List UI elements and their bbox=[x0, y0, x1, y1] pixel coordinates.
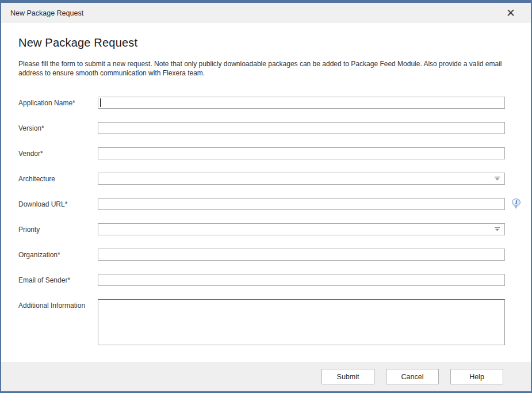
download-url-input[interactable] bbox=[98, 198, 505, 210]
organization-label: Organization* bbox=[18, 251, 98, 259]
additional-information-control bbox=[98, 299, 505, 345]
vendor-input[interactable] bbox=[98, 147, 505, 159]
priority-dropdown[interactable] bbox=[98, 223, 505, 235]
version-label: Version* bbox=[18, 124, 98, 132]
download-url-control: i bbox=[98, 198, 505, 210]
email-of-sender-label: Email of Sender* bbox=[18, 276, 98, 284]
architecture-label: Architecture bbox=[18, 175, 98, 183]
page-description: Please fill the form to submit a new req… bbox=[18, 59, 514, 78]
priority-label: Priority bbox=[18, 226, 98, 234]
email-of-sender-input[interactable] bbox=[98, 274, 505, 286]
form-row-vendor: Vendor* bbox=[18, 147, 514, 159]
priority-control bbox=[98, 223, 505, 235]
cancel-button[interactable]: Cancel bbox=[386, 369, 439, 384]
architecture-dropdown[interactable] bbox=[98, 173, 505, 185]
form-row-version: Version* bbox=[18, 122, 514, 134]
application-name-input[interactable] bbox=[98, 97, 505, 109]
submit-button[interactable]: Submit bbox=[322, 369, 374, 384]
page-title: New Package Request bbox=[18, 36, 514, 49]
download-url-label: Download URL* bbox=[18, 200, 98, 208]
dialog-content: New Package Request Please fill the form… bbox=[1, 23, 531, 362]
form-row-application-name: Application Name* bbox=[18, 97, 514, 109]
application-name-label: Application Name* bbox=[18, 99, 98, 107]
info-icon-glyph: i bbox=[512, 199, 520, 206]
vendor-control bbox=[98, 147, 505, 159]
chevron-down-icon bbox=[495, 227, 500, 231]
architecture-control bbox=[98, 173, 505, 185]
form-row-architecture: Architecture bbox=[18, 173, 514, 185]
new-package-request-dialog: New Package Request ✕ New Package Reques… bbox=[0, 0, 532, 393]
close-icon[interactable]: ✕ bbox=[503, 6, 518, 21]
info-icon[interactable]: i bbox=[512, 199, 521, 207]
chevron-down-icon bbox=[495, 177, 500, 181]
organization-input[interactable] bbox=[98, 249, 505, 261]
organization-control bbox=[98, 249, 505, 261]
request-form: Application Name* Version* Vendor* bbox=[18, 97, 514, 345]
application-name-control bbox=[98, 97, 505, 109]
form-row-organization: Organization* bbox=[18, 249, 514, 261]
dialog-footer: Submit Cancel Help bbox=[1, 362, 531, 391]
form-row-download-url: Download URL* i bbox=[18, 198, 514, 210]
form-row-priority: Priority bbox=[18, 223, 514, 235]
email-of-sender-control bbox=[98, 274, 505, 286]
version-control bbox=[98, 122, 505, 134]
version-input[interactable] bbox=[98, 122, 505, 134]
form-row-email-of-sender: Email of Sender* bbox=[18, 274, 514, 286]
additional-information-label: Additional Information bbox=[18, 299, 98, 310]
vendor-label: Vendor* bbox=[18, 150, 98, 158]
info-icon-tail bbox=[514, 206, 518, 209]
form-row-additional-information: Additional Information bbox=[18, 299, 514, 345]
help-button[interactable]: Help bbox=[450, 369, 503, 384]
additional-information-textarea[interactable] bbox=[98, 299, 505, 345]
dialog-titlebar-text: New Package Request bbox=[10, 9, 83, 17]
dialog-titlebar: New Package Request ✕ bbox=[1, 3, 531, 23]
